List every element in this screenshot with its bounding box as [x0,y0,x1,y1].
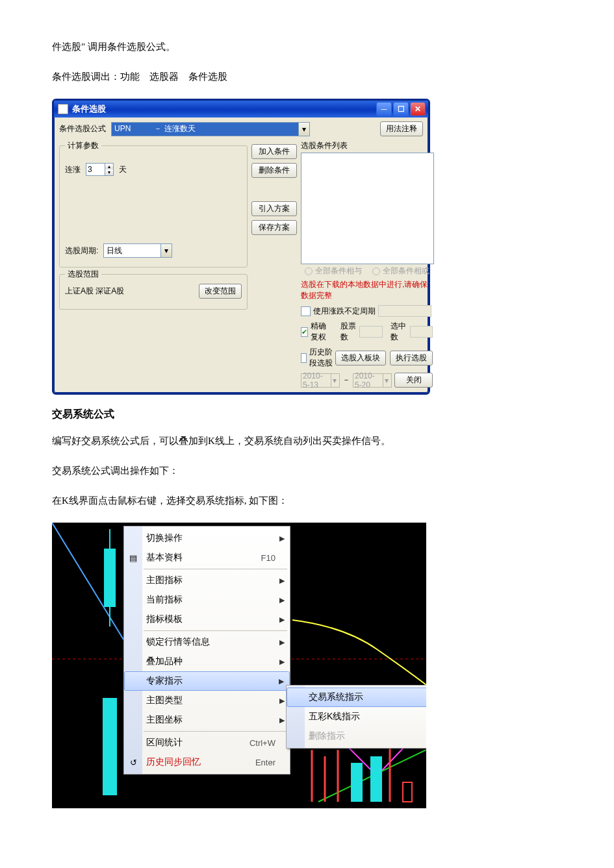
chevron-down-icon[interactable]: ▾ [160,244,172,257]
close-window-button[interactable]: ✕ [410,102,426,116]
spin-up-icon[interactable]: ▴ [105,164,113,169]
history-range-label: 历史阶段选股 [309,347,333,369]
radio-all-or: 全部条件相或 [372,266,429,277]
condition-stock-dialog: 条件选股 ─ ☐ ✕ 条件选股公式 UPN － 连涨数天 ▾ 用法注释 [52,99,430,395]
save-scheme-button[interactable]: 保存方案 [251,220,297,235]
menu-item-label: 历史同步回忆 [146,756,255,768]
submenu-item[interactable]: 交易系统指示Ctrl+E [287,688,426,707]
menu-item[interactable]: 指标模板▶ [124,610,290,629]
submenu-arrow-icon: ▶ [279,658,285,666]
period-value: 日线 [107,245,122,256]
svg-rect-9 [351,763,363,802]
expert-submenu[interactable]: 交易系统指示Ctrl+E五彩K线指示Ctrl+K删除指示Ctrl+H [286,685,426,749]
hist-icon: ↺ [127,756,139,768]
kline-chart[interactable]: 切换操作▶▤基本资料F10主图指标▶当前指标▶指标模板▶锁定行情等信息▶叠加品种… [52,523,426,808]
condition-list-label: 选股条件列表 [301,140,433,151]
date-dash: － [342,375,350,386]
app-icon [58,104,68,114]
history-range-checkbox[interactable] [301,353,307,363]
irregular-period-label: 使用涨跌不定周期 [313,306,376,317]
selected-count-field [410,326,433,338]
chevron-down-icon: ▾ [331,374,338,387]
submenu-arrow-icon: ▶ [279,615,285,624]
period-label: 选股周期: [65,245,98,256]
menu-item-label: 指标模板 [146,614,275,625]
menu-item[interactable]: 主图指标▶ [124,571,290,590]
to-block-button[interactable]: 选股入板块 [335,351,386,366]
menu-item-label: 主图指标 [146,575,275,586]
doc-text: 交易系统公式调出操作如下： [52,463,562,478]
fuquan-label: 精确复权 [311,321,333,343]
svg-rect-10 [370,756,382,802]
doc-text: 在K线界面点击鼠标右键，选择交易系统指标, 如下图： [52,493,562,508]
chevron-down-icon[interactable]: ▾ [298,123,309,136]
menu-item[interactable]: 切换操作▶ [124,528,290,548]
menu-item[interactable]: 锁定行情等信息▶ [124,632,290,652]
menu-separator [144,731,287,732]
usage-notes-button[interactable]: 用法注释 [380,121,423,136]
menu-item[interactable]: 区间统计Ctrl+W [124,733,290,752]
menu-separator [144,569,287,569]
formula-combobox[interactable]: UPN － 连涨数天 ▾ [111,122,310,136]
add-condition-button[interactable]: 加入条件 [251,144,297,159]
menu-item[interactable]: 主图类型▶ [124,691,290,710]
formula-label: 条件选股公式 [59,123,106,134]
submenu-arrow-icon: ▶ [279,534,285,543]
irregular-period-checkbox[interactable] [301,306,311,316]
submenu-arrow-icon: ▶ [279,577,285,585]
svg-rect-5 [103,698,117,795]
menu-item[interactable]: 当前指标▶ [124,590,290,610]
period-select[interactable]: 日线 ▾ [103,243,172,258]
menu-item-label: 专家指示 [146,675,275,687]
submenu-item[interactable]: 五彩K线指示Ctrl+K [287,707,426,726]
titlebar[interactable]: 条件选股 ─ ☐ ✕ [54,101,428,118]
window-title: 条件选股 [72,103,106,115]
stock-count-label: 股票数 [340,321,357,343]
submenu-item-label: 交易系统指示 [309,691,363,703]
menu-item-label: 当前指标 [146,594,275,606]
condition-listbox[interactable] [301,153,434,264]
menu-item-label: 切换操作 [146,532,275,544]
menu-item-label: 主图坐标 [146,714,275,726]
menu-item[interactable]: ▤基本资料F10 [124,548,290,567]
menu-item-label: 叠加品种 [146,656,275,667]
svg-rect-12 [403,782,412,802]
menu-shortcut: Enter [255,758,275,767]
submenu-item-label: 五彩K线指示 [309,711,360,723]
close-button[interactable]: 关闭 [394,373,433,388]
submenu-arrow-icon: ▶ [279,697,285,705]
lianzhang-spinner[interactable]: ▴▾ [86,163,114,176]
formula-value: UPN － 连涨数天 [114,123,196,134]
context-menu[interactable]: 切换操作▶▤基本资料F10主图指标▶当前指标▶指标模板▶锁定行情等信息▶叠加品种… [123,526,290,775]
menu-item-label: 主图类型 [146,695,275,706]
delete-condition-button[interactable]: 删除条件 [251,163,297,178]
menu-item[interactable]: 专家指示▶ [124,671,290,691]
data-warning-text: 选股在下载的本地数据中进行,请确保数据完整 [301,279,433,301]
radio-all-and: 全部条件相与 [305,266,362,277]
menu-item[interactable]: 叠加品种▶ [124,652,290,671]
execute-selection-button[interactable]: 执行选股 [390,351,433,366]
section-heading: 交易系统公式 [52,408,562,421]
list-icon: ▤ [127,552,139,564]
lianzhang-unit: 天 [119,164,127,175]
doc-text: 件选股" 调用条件选股公式。 [52,39,562,55]
fuquan-checkbox[interactable]: ✔ [301,327,308,337]
minimize-button[interactable]: ─ [376,102,392,116]
spin-down-icon[interactable]: ▾ [105,169,113,175]
submenu-arrow-icon: ▶ [279,638,285,647]
menu-item[interactable]: 主图坐标▶ [124,710,290,730]
calc-params-legend: 计算参数 [65,140,101,151]
irregular-period-field [378,305,431,317]
menu-item[interactable]: ↺历史同步回忆Enter [124,752,290,772]
load-scheme-button[interactable]: 引入方案 [251,201,297,216]
calc-params-group: 计算参数 连涨 ▴▾ 天 选股周期: 日线 [59,145,248,267]
maximize-button[interactable]: ☐ [393,102,409,116]
submenu-arrow-icon: ▶ [279,716,285,725]
lianzhang-input[interactable] [86,164,105,175]
change-range-button[interactable]: 改变范围 [199,284,242,299]
menu-shortcut: Ctrl+W [249,738,275,748]
submenu-arrow-icon: ▶ [279,596,285,604]
doc-text: 条件选股调出：功能 选股器 条件选股 [52,69,562,84]
stock-range-legend: 选股范围 [65,269,101,280]
submenu-item: 删除指示Ctrl+H [287,726,426,746]
